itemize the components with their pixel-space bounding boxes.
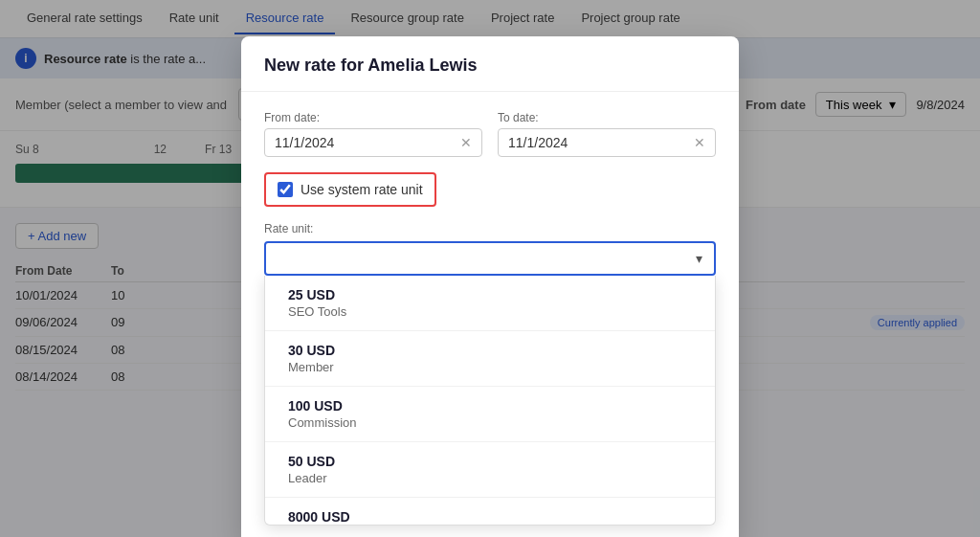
use-system-rate-label: Use system rate unit <box>301 182 423 197</box>
dropdown-item-2[interactable]: 100 USD Commission <box>265 387 715 442</box>
dropdown-item-value-2: 100 USD <box>288 398 692 414</box>
from-date-input-wrap[interactable]: ✕ <box>264 128 482 157</box>
modal-header: New rate for Amelia Lewis <box>241 36 739 92</box>
modal-body: From date: ✕ To date: ✕ Use sy <box>241 92 739 537</box>
use-system-rate-checkbox[interactable] <box>278 182 293 197</box>
dropdown-item-value-3: 50 USD <box>288 454 692 469</box>
modal-overlay: New rate for Amelia Lewis From date: ✕ T… <box>0 0 980 537</box>
dropdown-item-1[interactable]: 30 USD Member <box>265 331 715 387</box>
to-date-clear-button[interactable]: ✕ <box>694 135 705 150</box>
dropdown-item-value-1: 30 USD <box>288 343 692 358</box>
dropdown-item-desc-0: SEO Tools <box>288 304 692 319</box>
dropdown-item-desc-2: Commission <box>288 415 692 430</box>
rate-unit-chevron-icon: ▾ <box>696 251 702 266</box>
to-date-input-wrap[interactable]: ✕ <box>498 128 716 157</box>
modal: New rate for Amelia Lewis From date: ✕ T… <box>241 36 739 537</box>
use-system-rate-row[interactable]: Use system rate unit <box>264 172 436 207</box>
rate-unit-label: Rate unit: <box>264 222 716 235</box>
from-date-input[interactable] <box>275 135 453 150</box>
to-date-field: To date: ✕ <box>498 111 716 157</box>
from-date-clear-button[interactable]: ✕ <box>460 135 472 150</box>
dropdown-list: 25 USD SEO Tools 30 USD Member 100 USD C… <box>264 276 716 526</box>
to-date-input[interactable] <box>508 135 686 150</box>
dropdown-item-value-0: 25 USD <box>288 287 692 302</box>
dropdown-item-desc-1: Member <box>288 360 692 374</box>
dropdown-item-0[interactable]: 25 USD SEO Tools <box>265 276 715 331</box>
dropdown-item-4[interactable]: 8000 USD Outsourcing <box>265 498 715 525</box>
dropdown-item-value-4: 8000 USD <box>288 509 692 525</box>
date-row: From date: ✕ To date: ✕ <box>264 111 716 157</box>
dropdown-item-3[interactable]: 50 USD Leader <box>265 442 715 498</box>
modal-title: New rate for Amelia Lewis <box>264 56 716 76</box>
from-date-label: From date: <box>264 111 482 124</box>
from-date-field: From date: ✕ <box>264 111 482 157</box>
to-date-label: To date: <box>498 111 716 124</box>
dropdown-item-desc-3: Leader <box>288 471 692 485</box>
rate-unit-select[interactable]: ▾ <box>264 241 716 276</box>
dropdown-scroll[interactable]: 25 USD SEO Tools 30 USD Member 100 USD C… <box>265 276 715 525</box>
